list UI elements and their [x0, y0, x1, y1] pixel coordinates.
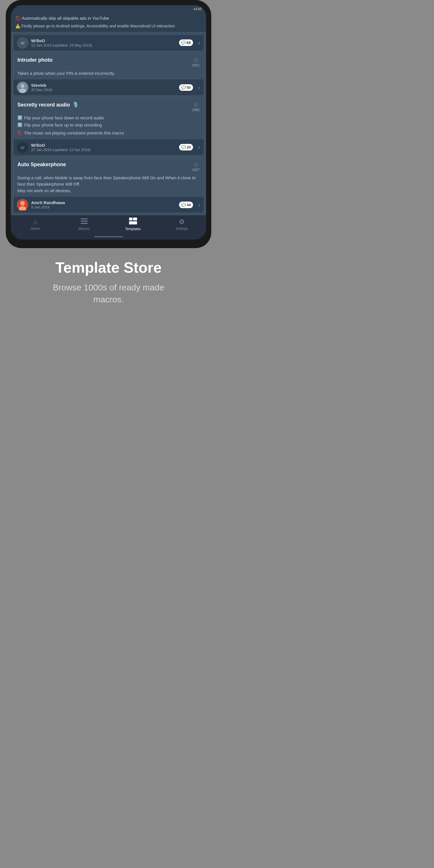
comment-icon-secretly: 💬	[181, 145, 186, 149]
card-intruder-photo: Intruder photo ☆ 3051 Takes a photo when…	[13, 53, 204, 96]
card-footer-wlloo: W W!lloO 12 Jan 2019 (updated: 18 May 20…	[13, 35, 204, 51]
templates-icon	[129, 218, 137, 226]
notice-skip-ads: 🚫 Automatically skip all skipable ads in…	[16, 15, 202, 21]
chevron-speakerphone[interactable]: ›	[198, 202, 200, 208]
comment-count-intruder: 50	[187, 85, 191, 90]
comment-icon: 💬	[181, 40, 186, 45]
step-1-secretly: 1️⃣ Flip your phone face down to record …	[18, 115, 199, 121]
notice-accessibility: ⚠️ Firstly please go to Android settings…	[16, 23, 202, 29]
star-box-speakerphone[interactable]: ☆ 1937	[192, 162, 199, 172]
nav-item-settings[interactable]: ⚙ Settings	[157, 218, 206, 231]
comment-icon-intruder: 💬	[181, 85, 186, 90]
nav-label-settings: Settings	[176, 227, 188, 231]
card-auto-speakerphone: Auto Speakerphone ☆ 1937 During a call, …	[13, 158, 204, 213]
star-icon-intruder: ☆	[193, 57, 199, 63]
phone-screen: 4438 🚫 Automatically skip all skipable a…	[11, 5, 206, 240]
svg-rect-15	[129, 221, 137, 224]
nav-item-macros[interactable]: Macros	[60, 218, 108, 231]
settings-icon: ⚙	[179, 218, 185, 226]
chevron-secretly[interactable]: ›	[198, 144, 200, 151]
author-name-wlloo: W!lloO	[31, 38, 176, 43]
author-info-wlloo2: W!lloO 27 Jan 2019 (updated: 12 Apr 2019…	[31, 143, 176, 152]
author-name-amrit: Amrit Randhawa	[31, 200, 176, 205]
nav-label-macros: Macros	[79, 227, 90, 231]
avatar-wlloo: W	[17, 37, 28, 49]
author-date-amrit: 9 Jan 2019	[31, 205, 176, 209]
author-name-wlloo2: W!lloO	[31, 143, 176, 148]
card-footer-intruder: Stevieb 20 Dec 2018 💬 50 ›	[13, 80, 204, 95]
note-secretly: 🚫 The music not playing constraint preve…	[18, 130, 199, 136]
svg-text:W: W	[21, 41, 25, 45]
svg-rect-14	[133, 218, 137, 220]
author-date-wlloo: 12 Jan 2019 (updated: 18 May 2019)	[31, 43, 176, 48]
card-header-speakerphone: Auto Speakerphone ☆ 1937	[13, 158, 204, 174]
card-header-secretly: Secretly record audio 🎙️ ☆ 1985	[13, 98, 204, 114]
star-icon-speakerphone: ☆	[193, 162, 199, 168]
card-secretly-record: Secretly record audio 🎙️ ☆ 1985 1️⃣ Flip…	[13, 98, 204, 156]
comment-count-speakerphone: 44	[187, 203, 191, 207]
star-count-secretly: 1985	[192, 108, 199, 112]
author-name-stevieb: Stevieb	[31, 83, 176, 88]
card-footer-secretly: W W!lloO 27 Jan 2019 (updated: 12 Apr 20…	[13, 140, 204, 155]
card-title-secretly: Secretly record audio	[18, 102, 70, 108]
comment-icon-speakerphone: 💬	[181, 203, 186, 207]
card-desc-secretly: 1️⃣ Flip your phone face down to record …	[13, 114, 204, 140]
author-info-wlloo: W!lloO 12 Jan 2019 (updated: 18 May 2019…	[31, 38, 176, 48]
comment-count-wlloo: 68	[187, 40, 191, 45]
comment-count-secretly: 20	[187, 145, 191, 149]
star-icon-secretly: ☆	[193, 102, 199, 108]
nav-item-home[interactable]: ⌂ Home	[11, 218, 60, 231]
chevron-wlloo[interactable]: ›	[198, 39, 200, 46]
phone-device: 4438 🚫 Automatically skip all skipable a…	[6, 0, 211, 248]
svg-point-8	[20, 201, 25, 206]
svg-rect-11	[81, 221, 88, 222]
mic-icon: 🎙️	[72, 102, 79, 108]
comment-badge-speakerphone[interactable]: 💬 44	[179, 202, 193, 208]
status-bar: 4438	[11, 5, 206, 12]
chevron-intruder[interactable]: ›	[198, 84, 200, 91]
star-box-secretly[interactable]: ☆ 1985	[192, 102, 199, 112]
svg-text:W: W	[21, 145, 25, 150]
author-info-stevieb: Stevieb 20 Dec 2018	[31, 83, 176, 92]
avatar-amrit	[17, 199, 28, 211]
svg-point-3	[21, 84, 25, 88]
star-box-intruder[interactable]: ☆ 3051	[192, 57, 199, 67]
avatar-wlloo2: W	[17, 142, 28, 153]
macros-icon	[81, 218, 88, 226]
comment-badge-wlloo[interactable]: 💬 68	[179, 39, 193, 46]
nav-label-templates: Templates	[125, 227, 141, 231]
svg-rect-13	[129, 218, 132, 220]
card-title-intruder: Intruder photo	[18, 57, 192, 63]
card-title-speakerphone: Auto Speakerphone	[18, 162, 192, 167]
avatar-stevieb	[17, 82, 28, 93]
svg-rect-10	[81, 218, 88, 219]
star-count-intruder: 3051	[192, 63, 199, 67]
author-info-amrit: Amrit Randhawa 9 Jan 2019	[31, 200, 176, 209]
author-date-wlloo2: 27 Jan 2019 (updated: 12 Apr 2019)	[31, 148, 176, 152]
step-2-secretly: 1️⃣ Flip your phone face up to stop reco…	[18, 122, 199, 128]
card-desc-speakerphone: During a call, when Mobile is away from …	[13, 174, 204, 197]
nav-item-templates[interactable]: Templates	[108, 218, 157, 231]
promo-title: Template Store	[55, 259, 162, 276]
promo-section: Template Store Browse 1000s of ready mad…	[0, 248, 217, 320]
notice-bar-youtube: 🚫 Automatically skip all skipable ads in…	[11, 12, 206, 32]
card-desc-intruder: Takes a photo when your PIN is entered i…	[13, 69, 204, 80]
bottom-nav: ⌂ Home Macros	[11, 215, 206, 235]
card-header-intruder: Intruder photo ☆ 3051	[13, 54, 204, 69]
home-icon: ⌂	[33, 218, 37, 226]
nav-label-home: Home	[31, 227, 40, 231]
svg-point-4	[19, 89, 26, 93]
card-footer-speakerphone: Amrit Randhawa 9 Jan 2019 💬 44 ›	[13, 197, 204, 213]
svg-rect-12	[81, 223, 88, 224]
star-count-speakerphone: 1937	[192, 168, 199, 172]
author-date-stevieb: 20 Dec 2018	[31, 88, 176, 92]
comment-badge-secretly[interactable]: 💬 20	[179, 144, 193, 151]
card-title-row-secretly: Secretly record audio 🎙️	[18, 102, 79, 108]
home-bar	[94, 236, 123, 237]
home-indicator	[11, 235, 206, 240]
status-time: 4438	[193, 7, 202, 11]
promo-subtitle: Browse 1000s of ready made macros.	[37, 282, 180, 306]
comment-badge-intruder[interactable]: 💬 50	[179, 84, 193, 91]
card-wlloo: W W!lloO 12 Jan 2019 (updated: 18 May 20…	[13, 35, 204, 51]
